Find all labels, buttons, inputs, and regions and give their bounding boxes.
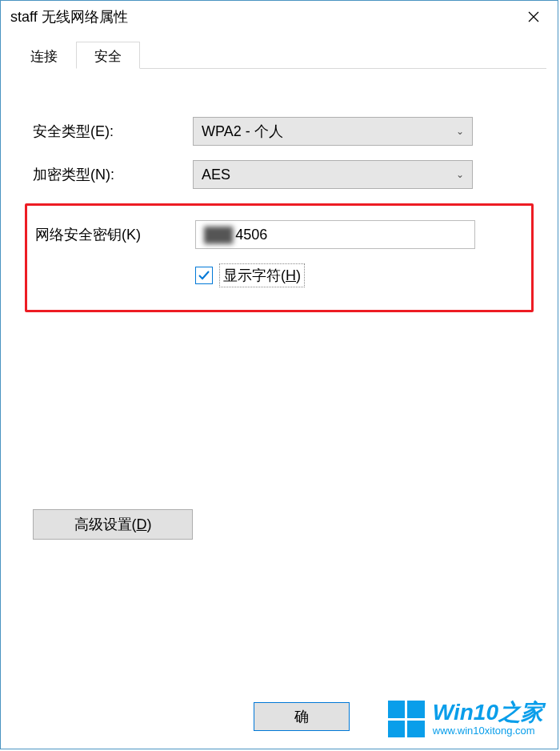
tabs-container: 连接 安全 — [1, 33, 558, 69]
chevron-down-icon: ⌄ — [456, 126, 464, 137]
advanced-settings-button[interactable]: 高级设置(D) — [33, 509, 193, 540]
check-icon — [198, 269, 210, 282]
tab-connection[interactable]: 连接 — [12, 42, 76, 69]
label-security-type: 安全类型(E): — [33, 122, 193, 141]
tab-strip: 连接 安全 — [12, 41, 546, 69]
close-icon — [528, 11, 539, 22]
network-key-hidden-part: ███ — [204, 227, 232, 243]
input-network-key[interactable]: ███ 4506 — [195, 220, 475, 249]
watermark-text: Win10之家 www.win10xitong.com — [433, 701, 543, 737]
windows-logo-icon — [388, 701, 425, 737]
window-title: staff 无线网络属性 — [10, 7, 128, 26]
ok-button[interactable]: 确 — [254, 702, 350, 731]
label-show-characters[interactable]: 显示字符(H) — [219, 263, 305, 287]
chevron-down-icon: ⌄ — [456, 169, 464, 180]
row-show-characters: 显示字符(H) — [195, 263, 523, 287]
close-button[interactable] — [510, 1, 558, 33]
watermark: Win10之家 www.win10xitong.com — [388, 701, 543, 737]
label-encryption-type: 加密类型(N): — [33, 165, 193, 184]
row-security-type: 安全类型(E): WPA2 - 个人 ⌄ — [33, 117, 526, 146]
dropdown-security-type-value: WPA2 - 个人 — [202, 122, 283, 141]
dropdown-security-type[interactable]: WPA2 - 个人 ⌄ — [193, 117, 473, 146]
highlight-annotation: 网络安全密钥(K) ███ 4506 显示字符(H) — [25, 203, 534, 312]
watermark-url: www.win10xitong.com — [433, 725, 543, 737]
network-key-visible-part: 4506 — [235, 227, 267, 243]
tab-security[interactable]: 安全 — [76, 42, 140, 69]
dropdown-encryption-type[interactable]: AES ⌄ — [193, 160, 473, 189]
tab-content: 安全类型(E): WPA2 - 个人 ⌄ 加密类型(N): AES ⌄ 网络安全… — [1, 69, 558, 540]
title-bar: staff 无线网络属性 — [1, 1, 558, 33]
advanced-button-area: 高级设置(D) — [33, 509, 526, 540]
row-network-key: 网络安全密钥(K) ███ 4506 — [35, 220, 523, 249]
row-encryption-type: 加密类型(N): AES ⌄ — [33, 160, 526, 189]
label-network-key: 网络安全密钥(K) — [35, 225, 195, 244]
checkbox-show-characters[interactable] — [195, 267, 213, 284]
watermark-title: Win10之家 — [433, 701, 543, 725]
dropdown-encryption-type-value: AES — [202, 167, 230, 183]
dialog-window: staff 无线网络属性 连接 安全 安全类型(E): WPA2 - 个人 ⌄ — [0, 0, 558, 749]
